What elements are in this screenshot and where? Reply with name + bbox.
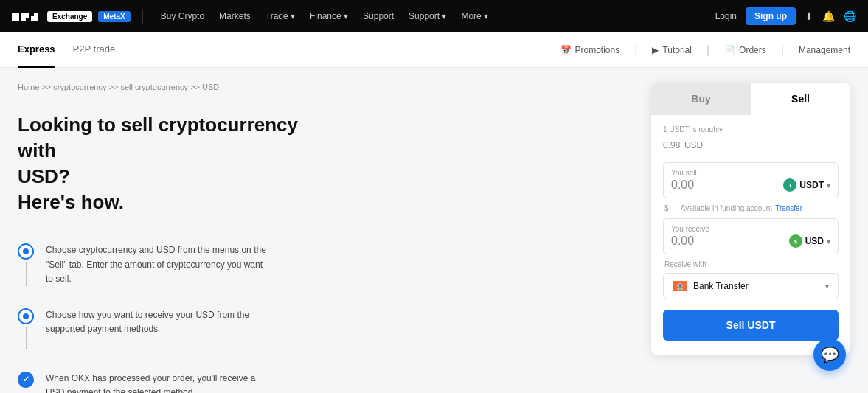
nav-more[interactable]: More ▾ [455,8,494,24]
you-sell-value[interactable]: 0.00 [671,178,694,192]
usd-icon: $ [789,234,802,248]
step-2-indicator [18,307,34,349]
tutorial-label: Tutorial [662,45,692,55]
sep3: | [781,44,784,57]
nav-trade[interactable]: Trade ▾ [260,8,301,24]
available-row: $ — Available in funding account Transfe… [663,204,839,212]
nav-markets[interactable]: Markets [213,8,257,24]
sep1: | [634,44,637,57]
trade-body: 1 USDT is roughly 0.98 USD You sell 0.00… [651,115,850,341]
headline-line2: USD? [18,165,70,187]
rate-value: 0.98 USD [663,135,839,152]
step-1: Choose cryptocurrency and USD from the m… [18,242,622,307]
sep2: | [706,44,709,57]
payment-left: 🏦 Bank Transfer [673,281,749,291]
sub-nav-tabs: Express P2P trade [18,32,560,68]
orders-label: Orders [739,45,766,55]
headline: Looking to sell cryptocurrency with USD?… [18,112,313,215]
promotions-label: Promotions [575,45,620,55]
receive-currency-label: USD [805,236,824,246]
step-1-dot [23,248,29,254]
notification-icon[interactable]: 🔔 [822,10,835,22]
login-button[interactable]: Login [715,11,737,21]
tab-express[interactable]: Express [18,32,55,68]
breadcrumb-text: Home >> cryptocurrency >> sell cryptocur… [18,83,219,91]
nav-finance[interactable]: Finance ▾ [304,8,354,24]
payment-method-selector[interactable]: 🏦 Bank Transfer ▾ [663,273,839,299]
headline-line1: Looking to sell cryptocurrency with [18,114,298,161]
available-text: — Available in funding account [672,204,773,212]
breadcrumb: Home >> cryptocurrency >> sell cryptocur… [18,83,622,91]
step-2-dot [23,313,29,319]
svg-rect-2 [26,18,29,21]
sell-chevron-icon: ▾ [827,181,830,189]
svg-rect-4 [31,13,34,16]
step-2-circle [18,308,34,324]
rate-currency: USD [684,140,703,150]
sell-currency-selector[interactable]: T USDT ▾ [783,178,830,192]
you-receive-field[interactable]: You receive 0.00 $ USD ▾ [663,218,839,254]
receive-currency-selector[interactable]: $ USD ▾ [789,234,830,248]
logo-area: Exchange MetaX [12,9,131,24]
step-3-text: When OKX has processed your order, you'l… [46,370,267,393]
you-sell-field[interactable]: You sell 0.00 T USDT ▾ [663,162,839,198]
headline-line3: Here's how. [18,191,124,213]
nav-divider [142,9,143,24]
payment-chevron-icon: ▾ [825,282,829,291]
trade-tabs: Buy Sell [651,83,850,115]
sell-button[interactable]: Sell USDT [663,310,839,341]
globe-icon[interactable]: 🌐 [844,10,856,22]
exchange-badge[interactable]: Exchange [47,11,92,22]
left-column: Home >> cryptocurrency >> sell cryptocur… [18,83,622,393]
you-sell-label: You sell [671,169,830,177]
usdt-icon: T [783,178,796,192]
top-navigation: Exchange MetaX Buy Crypto Markets Trade … [0,0,868,32]
step-1-line [26,262,27,286]
bank-icon: 🏦 [673,281,687,291]
rate-info: 1 USDT is roughly [663,125,839,133]
payment-name: Bank Transfer [693,281,749,291]
step-2: Choose how you want to receive your USD … [18,307,622,370]
nav-links: Buy Crypto Markets Trade ▾ Finance ▾ Sup… [155,8,706,24]
management-link[interactable]: Management [799,45,850,55]
you-receive-value[interactable]: 0.00 [671,234,694,248]
trade-card: Buy Sell 1 USDT is roughly 0.98 USD You … [651,83,850,355]
sub-nav-right: 📅 Promotions | ▶ Tutorial | 📄 Orders | M… [560,44,850,57]
tab-buy[interactable]: Buy [651,83,751,115]
receive-chevron-icon: ▾ [827,237,830,246]
dollar-sign: $ [664,204,669,212]
nav-buy-crypto[interactable]: Buy Crypto [155,8,210,24]
step-1-text: Choose cryptocurrency and USD from the m… [46,242,267,286]
signup-button[interactable]: Sign up [746,7,796,25]
tutorial-link[interactable]: ▶ Tutorial [652,45,692,55]
management-label: Management [799,45,850,55]
tutorial-icon: ▶ [652,45,659,55]
step-2-text: Choose how you want to receive your USD … [46,307,267,349]
transfer-link[interactable]: Transfer [775,204,802,212]
nav-right: Login Sign up ⬇ 🔔 🌐 [715,7,856,25]
sub-navigation: Express P2P trade 📅 Promotions | ▶ Tutor… [0,32,868,68]
main-content: Home >> cryptocurrency >> sell cryptocur… [0,68,868,393]
step-1-circle [18,243,34,260]
logo [12,9,41,24]
svg-rect-0 [12,13,19,21]
tab-sell[interactable]: Sell [751,83,850,115]
nav-support[interactable]: Support ▾ [403,8,452,24]
orders-link[interactable]: 📄 Orders [724,45,766,55]
chat-bubble[interactable]: 💬 [813,338,846,371]
sell-currency-label: USDT [799,180,824,190]
step-3-indicator: ✓ [18,370,34,393]
tab-p2p[interactable]: P2P trade [73,32,116,68]
step-3: ✓ When OKX has processed your order, you… [18,370,622,393]
download-icon[interactable]: ⬇ [805,10,813,22]
nav-learn[interactable]: Support [357,8,400,24]
promotions-link[interactable]: 📅 Promotions [560,45,620,55]
you-receive-label: You receive [671,225,830,233]
you-receive-row: 0.00 $ USD ▾ [671,234,830,248]
receive-with-label: Receive with [663,260,839,268]
meta-badge[interactable]: MetaX [98,11,130,22]
step-3-circle: ✓ [18,372,34,388]
step-1-indicator [18,242,34,286]
chat-icon: 💬 [821,346,839,364]
promotions-icon: 📅 [560,45,572,55]
